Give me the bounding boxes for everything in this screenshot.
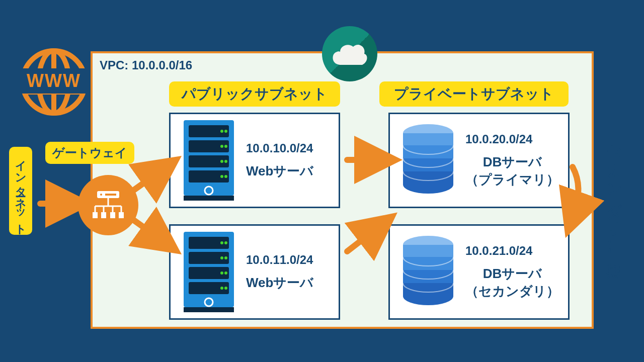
db1-name: DBサーバ bbox=[465, 153, 559, 171]
svg-point-26 bbox=[220, 241, 223, 244]
vpc-container: VPC: 10.0.0.0/16 パブリックサブネット プライベートサブネット … bbox=[91, 51, 594, 329]
vpc-label: VPC: 10.0.0.0/16 bbox=[100, 58, 192, 72]
svg-rect-21 bbox=[184, 307, 234, 312]
svg-point-33 bbox=[224, 287, 227, 290]
internet-tag: インターネット bbox=[9, 147, 32, 235]
web1-name: Webサーバ bbox=[246, 162, 313, 180]
database-icon bbox=[398, 232, 458, 312]
database-icon bbox=[398, 120, 458, 201]
web-server-1: 10.0.10.0/24 Webサーバ bbox=[169, 113, 340, 208]
svg-rect-48 bbox=[101, 212, 106, 218]
svg-point-29 bbox=[224, 256, 227, 259]
svg-point-27 bbox=[224, 241, 227, 244]
db2-cidr: 10.0.21.0/24 bbox=[465, 244, 559, 258]
gateway-icon bbox=[78, 175, 138, 235]
svg-point-28 bbox=[220, 256, 223, 259]
server-icon bbox=[179, 120, 239, 201]
db1-cidr: 10.0.20.0/24 bbox=[465, 132, 559, 146]
svg-point-32 bbox=[220, 287, 223, 290]
svg-rect-50 bbox=[119, 212, 124, 218]
svg-point-31 bbox=[224, 272, 227, 275]
gateway-tag: ゲートウェイ bbox=[45, 142, 134, 164]
web2-cidr: 10.0.11.0/24 bbox=[246, 253, 313, 267]
db1-role: （プライマリ） bbox=[465, 171, 559, 189]
sync-label: セカンダリに同期 bbox=[604, 135, 624, 253]
db2-role: （セカンダリ） bbox=[465, 283, 559, 300]
db-server-primary: 10.0.20.0/24 DBサーバ （プライマリ） bbox=[388, 113, 570, 208]
svg-rect-40 bbox=[105, 194, 116, 196]
svg-point-11 bbox=[220, 130, 223, 133]
private-subnet-tag: プライベートサブネット bbox=[379, 81, 569, 107]
cloud-icon bbox=[322, 26, 377, 81]
svg-point-30 bbox=[220, 272, 223, 275]
public-subnet-tag: パブリックサブネット bbox=[169, 81, 340, 107]
svg-rect-47 bbox=[93, 212, 98, 218]
svg-rect-49 bbox=[110, 212, 115, 218]
web1-cidr: 10.0.10.0/24 bbox=[246, 141, 313, 155]
svg-point-16 bbox=[224, 160, 227, 163]
www-globe-icon: WWW bbox=[16, 44, 92, 120]
svg-point-18 bbox=[224, 175, 227, 178]
server-icon bbox=[179, 232, 239, 312]
svg-rect-6 bbox=[184, 196, 234, 201]
db-server-secondary: 10.0.21.0/24 DBサーバ （セカンダリ） bbox=[388, 224, 570, 320]
svg-point-17 bbox=[220, 175, 223, 178]
web-server-2: 10.0.11.0/24 Webサーバ bbox=[169, 224, 340, 320]
svg-point-15 bbox=[220, 160, 223, 163]
svg-point-14 bbox=[224, 145, 227, 148]
svg-point-12 bbox=[224, 130, 227, 133]
db2-name: DBサーバ bbox=[465, 265, 559, 283]
svg-point-13 bbox=[220, 145, 223, 148]
web2-name: Webサーバ bbox=[246, 274, 313, 292]
svg-point-39 bbox=[100, 194, 102, 196]
